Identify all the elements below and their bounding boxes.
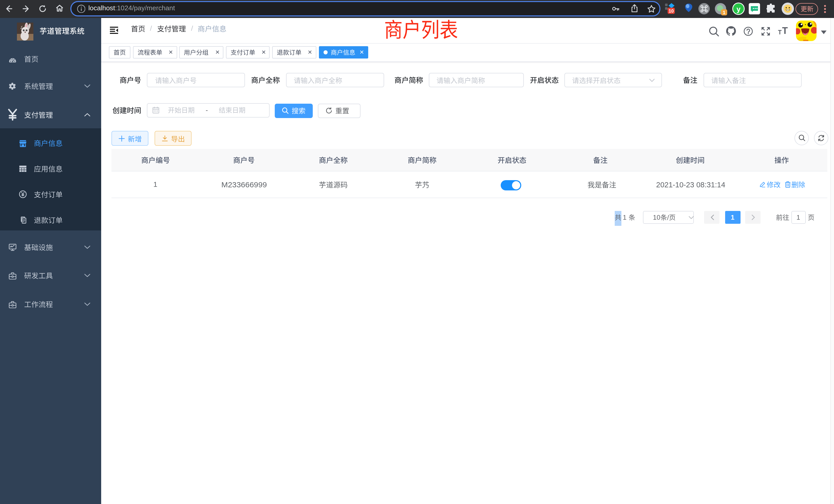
svg-text:y: y <box>737 5 741 13</box>
svg-text:1: 1 <box>723 10 726 15</box>
svg-text:10: 10 <box>668 8 674 14</box>
